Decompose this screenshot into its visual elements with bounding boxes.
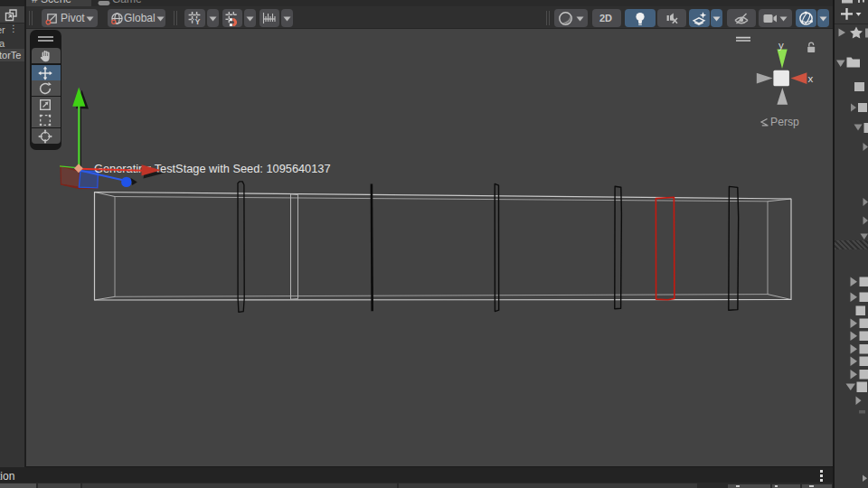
svg-text:y: y xyxy=(778,40,784,51)
svg-text:Generating TestStage with Seed: Generating TestStage with Seed: 10956401… xyxy=(94,162,331,175)
svg-text:x: x xyxy=(808,73,814,84)
svg-text:Persp: Persp xyxy=(770,116,799,128)
